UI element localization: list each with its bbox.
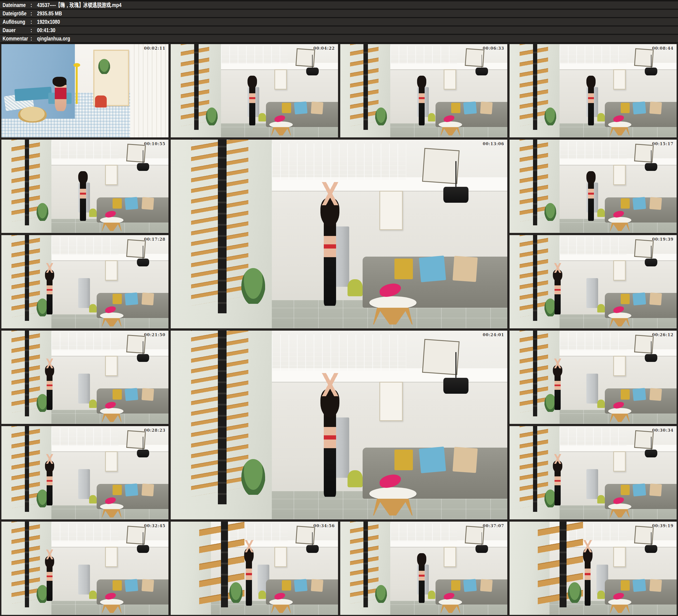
stair-pole [533, 235, 537, 321]
thumbnail-image [510, 140, 677, 233]
pillow [394, 450, 413, 470]
person [324, 391, 336, 497]
field-value-filesize: 2935.85 MB [37, 10, 62, 17]
stool [428, 113, 436, 121]
pillow [633, 484, 646, 497]
pillow [419, 447, 446, 473]
stair-pole [364, 522, 368, 607]
stool [89, 208, 97, 217]
wall-art [613, 451, 626, 472]
pillow [649, 484, 662, 497]
field-separator: : [31, 10, 37, 17]
file-info-row: Auflösung : 1920x1080 [0, 18, 678, 26]
loft-railing [51, 333, 118, 350]
stair-pole [25, 331, 29, 416]
lamp [306, 545, 319, 553]
video-thumbnail: 00:32:45 [1, 522, 168, 615]
fridge [78, 374, 90, 403]
timestamp-overlay: 00:02:11 [144, 46, 165, 50]
timestamp-overlay: 00:28:23 [144, 428, 165, 432]
coffee-table [100, 599, 123, 613]
plant [375, 108, 387, 125]
pillow [124, 579, 138, 592]
video-thumbnail: 00:02:11 [1, 44, 168, 138]
timestamp-overlay: 00:08:44 [652, 46, 674, 50]
thumbnail-image [171, 44, 338, 138]
wall-art [613, 260, 626, 281]
video-thumbnail: 00:15:17 [510, 140, 677, 233]
pillow [141, 388, 154, 401]
mezzanine [380, 540, 507, 547]
wall-art [274, 69, 287, 90]
stool [597, 495, 605, 503]
stool [597, 304, 605, 312]
lamp [443, 187, 468, 203]
timestamp-overlay: 00:19:39 [652, 237, 674, 241]
pillow [282, 103, 291, 113]
video-thumbnail: 00:06:33 [340, 44, 507, 138]
coffee-table [369, 487, 417, 515]
pillow [124, 484, 138, 497]
wall-art [379, 382, 403, 421]
thumbnail-image [510, 426, 677, 519]
pillow [282, 580, 291, 590]
stool [597, 590, 605, 599]
thumbnail-grid: 00:02:11 00:04:22 [0, 44, 678, 616]
stool [258, 113, 266, 121]
stool [89, 304, 97, 312]
timestamp-overlay: 00:13:06 [483, 142, 504, 146]
lamp [645, 545, 657, 553]
wall-art [274, 547, 287, 567]
mezzanine [550, 445, 677, 451]
thumbnail-image [1, 44, 168, 138]
field-separator: : [31, 18, 37, 25]
stool [258, 590, 266, 599]
mezzanine [42, 445, 169, 451]
pillow [294, 579, 307, 592]
pillow [480, 579, 493, 592]
pillow [451, 580, 460, 590]
pillow [141, 484, 154, 497]
loft-railing [272, 144, 407, 179]
timestamp-overlay: 00:21:50 [144, 333, 165, 337]
plant [37, 203, 48, 221]
stair-pole [533, 44, 537, 130]
person [47, 271, 53, 314]
stair-pole [194, 44, 199, 130]
video-thumbnail: 00:13:06 [171, 140, 507, 329]
thumbnail-image [171, 522, 338, 615]
wall-art [613, 356, 626, 376]
pillow [141, 293, 154, 306]
loft-railing [272, 335, 407, 370]
field-value-comment: qinglanhua.org [37, 35, 70, 42]
pillow [649, 197, 662, 210]
stool [597, 208, 605, 217]
pillow [633, 101, 646, 114]
stair-pole [221, 522, 228, 607]
timestamp-overlay: 00:32:45 [144, 524, 165, 528]
pillow [463, 579, 477, 592]
pillow [124, 197, 138, 210]
timestamp-overlay: 00:39:19 [652, 524, 674, 528]
thumbnail-image [510, 522, 677, 615]
stair-pole [533, 426, 537, 512]
person [419, 554, 425, 603]
fridge [78, 469, 90, 499]
lamp [476, 545, 488, 553]
coffee-table [608, 121, 632, 136]
coffee-table [439, 121, 462, 136]
wall-art [130, 44, 169, 138]
person [588, 172, 594, 221]
pillow [141, 579, 154, 592]
person [419, 77, 425, 125]
stool [95, 95, 107, 108]
loft-railing [51, 524, 118, 541]
person [47, 366, 53, 410]
pillow [649, 293, 662, 306]
pillow [621, 198, 630, 208]
person [555, 271, 561, 314]
timestamp-overlay: 00:15:17 [652, 142, 674, 146]
file-info-row: Kommentar : qinglanhua.org [0, 35, 678, 42]
loft-railing [560, 333, 626, 350]
pillow [113, 485, 122, 495]
